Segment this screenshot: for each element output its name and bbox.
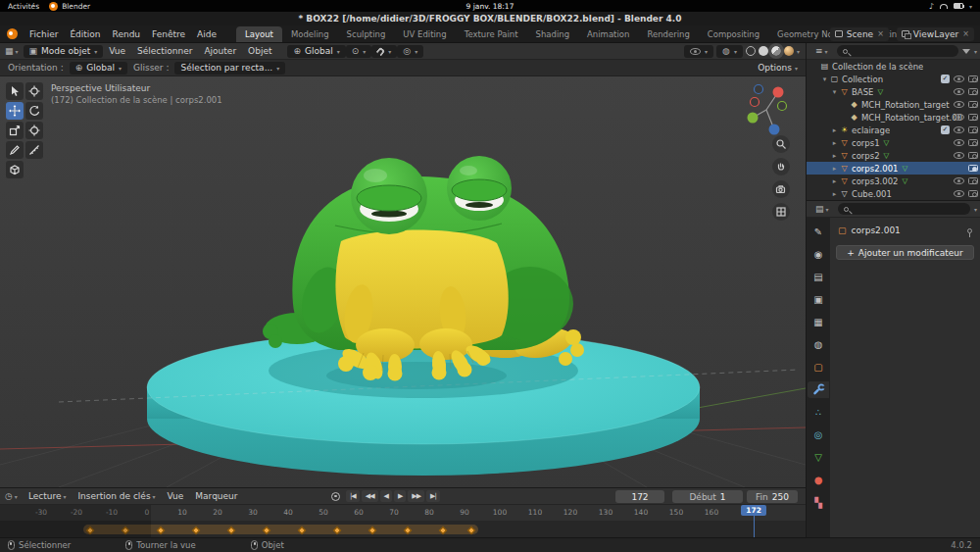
viewport-menu-sélectionner[interactable]: Sélectionner <box>131 46 198 56</box>
properties-tab-modifiers[interactable] <box>808 381 829 398</box>
snap-dropdown[interactable]: ▾ <box>371 45 397 58</box>
disable-in-renders-icon[interactable] <box>968 177 978 184</box>
timeline-menu-insertion-de-clés[interactable]: Insertion de clés ▾ <box>72 491 161 501</box>
properties-tab-material[interactable]: ● <box>808 472 829 488</box>
chevron-down-icon[interactable]: ▾ <box>974 48 977 55</box>
select-box-tool[interactable] <box>6 82 24 100</box>
outliner-item-mch_rotation_target[interactable]: ◆MCH_Rotation_target <box>807 98 980 111</box>
annotate-tool[interactable] <box>6 141 24 159</box>
jump-to-end-button[interactable]: ▶| <box>426 490 440 502</box>
shading-options-chevron[interactable]: ▾ <box>797 48 800 55</box>
disable-in-renders-icon[interactable] <box>968 101 978 108</box>
workspace-tab-animation[interactable]: Animation <box>578 26 638 42</box>
disclosure-icon[interactable]: ▸ <box>830 152 839 160</box>
add-modifier-button[interactable]: + Ajouter un modificateur <box>836 245 974 260</box>
timeline-menu-vue[interactable]: Vue <box>162 491 190 501</box>
viewport-menu-objet[interactable]: Objet <box>242 46 277 56</box>
outliner-item-collection-de-la-scène[interactable]: ▤Collection de la scène <box>807 60 980 73</box>
shading-rendered-button[interactable] <box>784 46 794 56</box>
disclosure-icon[interactable]: ▸ <box>830 177 839 185</box>
collection-checkbox[interactable]: ✓ <box>941 75 950 83</box>
activities-button[interactable]: Activités <box>8 2 39 11</box>
filter-funnel-icon[interactable] <box>962 49 970 54</box>
menu-fichier[interactable]: Fichier <box>24 27 64 41</box>
jump-to-start-button[interactable]: |◀ <box>346 490 360 502</box>
disclosure-icon[interactable]: ▾ <box>830 88 839 96</box>
properties-editor-type-button[interactable]: ▤▾ <box>810 204 834 214</box>
next-keyframe-button[interactable]: ▶▶ <box>408 490 424 502</box>
menu-fenêtre[interactable]: Fenêtre <box>146 27 191 41</box>
frame-end-field[interactable]: Fin 250 <box>747 490 798 503</box>
overlays-dropdown[interactable]: ◍▾ <box>716 45 743 58</box>
shading-wireframe-button[interactable] <box>746 46 756 56</box>
disclosure-icon[interactable]: ▸ <box>830 126 839 134</box>
mode-dropdown[interactable]: ▣ Mode objet ▾ <box>24 45 104 58</box>
auto-keying-toggle[interactable] <box>331 492 340 501</box>
previous-keyframe-button[interactable]: ◀◀ <box>362 490 378 502</box>
timeline-menu-lecture[interactable]: Lecture ▾ <box>23 491 73 501</box>
remove-viewlayer-icon[interactable]: × <box>962 29 969 38</box>
properties-tab-particles[interactable]: ∴ <box>808 404 829 421</box>
hide-in-viewport-icon[interactable] <box>954 152 964 159</box>
clock[interactable]: 9 janv. 18:17 <box>466 2 514 11</box>
editor-type-button[interactable]: ▦▾ <box>0 46 24 56</box>
transform-orientation-dropdown[interactable]: ⊕ Global ▾ <box>287 45 345 58</box>
chevron-down-icon[interactable]: ▾ <box>974 206 977 213</box>
shading-solid-button[interactable] <box>759 46 768 56</box>
hide-in-viewport-icon[interactable] <box>954 190 964 197</box>
properties-tab-world[interactable]: ◍ <box>808 336 829 353</box>
options-dropdown[interactable]: Options ▾ <box>758 63 798 73</box>
play-button[interactable]: ▶ <box>394 490 406 502</box>
disable-in-renders-icon[interactable] <box>968 139 978 146</box>
hide-in-viewport-icon[interactable] <box>954 139 964 146</box>
zoom-button[interactable] <box>772 135 790 153</box>
pan-hand-button[interactable] <box>772 158 790 176</box>
disable-in-renders-icon[interactable] <box>968 152 978 159</box>
timeline-editor[interactable]: ◷▾ Lecture ▾Insertion de clés ▾VueMarque… <box>0 487 806 537</box>
viewport-3d[interactable]: Perspective Utilisateur (172) Collection… <box>0 76 806 487</box>
frame-start-field[interactable]: Début 1 <box>672 490 743 503</box>
workspace-tab-compositing[interactable]: Compositing <box>699 26 768 42</box>
disable-in-renders-icon[interactable] <box>968 190 978 197</box>
workspace-tab-shading[interactable]: Shading <box>527 26 579 42</box>
menu-édition[interactable]: Édition <box>64 27 106 41</box>
outliner-item-corps2.001[interactable]: ▸▽corps2.001▽ <box>807 162 980 175</box>
unlink-icon[interactable]: × <box>877 29 884 38</box>
properties-tab-object-data[interactable]: ▽ <box>808 449 829 466</box>
measure-tool[interactable] <box>25 141 43 159</box>
move-tool[interactable] <box>6 102 24 120</box>
outliner-item-collection[interactable]: ▾▢Collection✓ <box>807 73 980 85</box>
rotate-tool[interactable] <box>25 102 43 120</box>
axis-z-handle[interactable] <box>769 125 780 135</box>
properties-tab-physics[interactable]: ◎ <box>808 427 829 443</box>
visibility-dropdown[interactable]: ▾ <box>684 45 713 58</box>
workspace-tab-layout[interactable]: Layout <box>236 26 282 42</box>
orientation-setting-dropdown[interactable]: ⊕ Global ▾ <box>70 62 127 75</box>
collection-checkbox[interactable]: ✓ <box>941 125 950 134</box>
outliner-item-corps1[interactable]: ▸▽corps1▽ <box>807 136 980 149</box>
properties-tab-view-layer[interactable]: ▣ <box>808 291 829 308</box>
properties-tab-object[interactable]: ▢ <box>808 359 829 376</box>
axis-neg-x-handle[interactable] <box>751 98 760 107</box>
properties-tab-output[interactable]: ▤ <box>808 269 829 285</box>
scale-tool[interactable] <box>6 122 24 139</box>
axis-y-handle[interactable] <box>748 113 759 124</box>
play-reverse-button[interactable]: ◀ <box>380 490 392 502</box>
hide-in-viewport-icon[interactable] <box>954 114 964 121</box>
hide-in-viewport-icon[interactable] <box>954 88 964 95</box>
disclosure-icon[interactable]: ▾ <box>820 75 829 83</box>
outliner-item-mch_rotation_target.00[interactable]: ◆MCH_Rotation_target.00 <box>807 111 980 124</box>
hide-in-viewport-icon[interactable] <box>954 126 964 133</box>
scene-selector[interactable]: Scene × <box>830 27 889 41</box>
disclosure-icon[interactable]: ▸ <box>830 139 839 147</box>
outliner-item-base[interactable]: ▾▽BASE▽ <box>807 85 980 98</box>
hide-in-viewport-icon[interactable] <box>954 75 964 82</box>
transform-tool[interactable] <box>25 122 43 139</box>
outliner-item-cube.001[interactable]: ▸▽Cube.001 <box>807 187 980 200</box>
cursor-tool[interactable] <box>25 82 43 100</box>
proportional-editing-button[interactable]: ◎▾ <box>397 45 423 58</box>
axis-neg-y-handle[interactable] <box>778 102 787 111</box>
properties-tab-render[interactable]: ◉ <box>808 246 829 263</box>
timeline-editor-type-button[interactable]: ◷▾ <box>0 491 23 501</box>
viewlayer-selector[interactable]: ViewLayer × <box>897 27 974 41</box>
